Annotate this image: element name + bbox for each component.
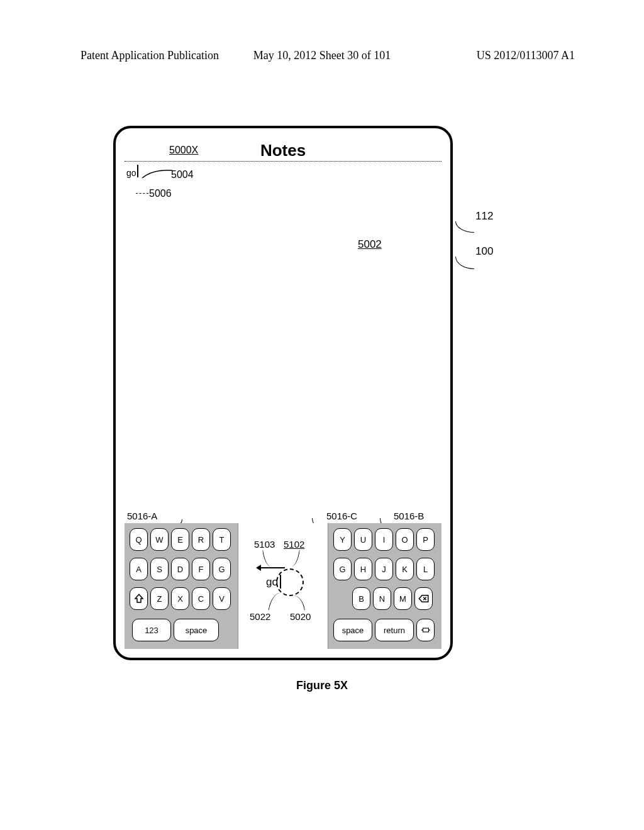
ref-5016C: 5016-C	[326, 511, 357, 521]
gesture-arrow-icon	[257, 567, 285, 568]
key-t[interactable]: T	[213, 528, 231, 551]
header-center: May 10, 2012 Sheet 30 of 101	[253, 49, 391, 62]
key-k[interactable]: K	[396, 558, 414, 580]
text-cursor-icon	[137, 165, 138, 177]
ref-5002: 5002	[358, 238, 382, 251]
backspace-icon	[418, 593, 430, 604]
keyboard-dock-icon	[420, 624, 431, 636]
key-keyboard-toggle[interactable]	[416, 619, 435, 641]
kbd-row: Q W E R T	[130, 528, 231, 551]
key-p[interactable]: P	[416, 528, 435, 551]
key-b[interactable]: B	[352, 587, 370, 610]
page-header: Patent Application Publication May 10, 2…	[0, 49, 644, 62]
key-o[interactable]: O	[396, 528, 414, 551]
center-cursor-icon	[280, 575, 281, 589]
key-n[interactable]: N	[373, 587, 391, 610]
kbd-row: G H J K L	[333, 558, 435, 580]
key-e[interactable]: E	[171, 528, 189, 551]
header-right: US 2012/0113007 A1	[477, 49, 575, 62]
ref-5103: 5103	[254, 539, 275, 550]
leader-5102	[291, 549, 300, 567]
ref-5016B: 5016-B	[394, 511, 424, 521]
keyboard-left-half: Q W E R T A S D F G Z X C V	[125, 523, 238, 649]
leader-5022	[269, 592, 280, 612]
key-123[interactable]: 123	[132, 619, 171, 641]
key-space-right[interactable]: space	[333, 619, 372, 641]
key-u[interactable]: U	[354, 528, 372, 551]
key-w[interactable]: W	[150, 528, 169, 551]
kbd-row: Z X C V	[130, 587, 231, 610]
app-title: Notes	[260, 141, 306, 160]
key-j[interactable]: J	[375, 558, 393, 580]
leader-100	[455, 257, 474, 269]
ref-5004: 5004	[171, 169, 194, 180]
key-g2[interactable]: G	[333, 558, 352, 580]
leader-5006	[136, 193, 148, 194]
key-r[interactable]: R	[192, 528, 210, 551]
kbd-row: B N M	[352, 587, 433, 610]
key-i[interactable]: I	[375, 528, 393, 551]
key-z[interactable]: Z	[150, 587, 169, 610]
center-go-text: go	[266, 576, 278, 589]
kbd-row: space return	[333, 619, 435, 641]
kbd-row: 123 space	[132, 619, 219, 641]
leader-5103	[262, 549, 271, 567]
svg-rect-0	[423, 628, 428, 632]
ref-5006: 5006	[149, 188, 172, 199]
key-backspace[interactable]	[414, 587, 433, 610]
key-d[interactable]: D	[171, 558, 189, 580]
ref-5016A: 5016-A	[127, 511, 157, 521]
key-f[interactable]: F	[192, 558, 210, 580]
key-v[interactable]: V	[213, 587, 231, 610]
key-shift[interactable]	[130, 587, 148, 610]
header-left: Patent Application Publication	[80, 49, 219, 62]
kbd-row: Y U I O P	[333, 528, 435, 551]
leader-5004	[141, 168, 174, 179]
figure-caption: Figure 5X	[0, 679, 644, 692]
key-y[interactable]: Y	[333, 528, 352, 551]
key-m[interactable]: M	[394, 587, 412, 610]
split-keyboard: Q W E R T A S D F G Z X C V	[125, 523, 441, 649]
key-l[interactable]: L	[416, 558, 435, 580]
ref-5020: 5020	[290, 611, 311, 622]
key-space-left[interactable]: space	[174, 619, 219, 641]
ref-112: 112	[475, 210, 493, 223]
key-q[interactable]: Q	[130, 528, 148, 551]
key-g[interactable]: G	[213, 558, 231, 580]
key-h[interactable]: H	[354, 558, 372, 580]
ref-5000X: 5000X	[169, 145, 198, 156]
svg-point-2	[429, 629, 430, 631]
key-a[interactable]: A	[130, 558, 148, 580]
typed-text: go	[126, 168, 136, 178]
ref-5022: 5022	[250, 611, 270, 622]
keyboard-right-half: Y U I O P G H J K L B N M	[328, 523, 441, 649]
ref-100: 100	[475, 245, 493, 258]
key-c[interactable]: C	[192, 587, 210, 610]
key-s[interactable]: S	[150, 558, 169, 580]
device-frame: Notes 5000X go 5004 5006 5002 5016-A 501…	[113, 126, 453, 660]
leader-112	[455, 221, 474, 233]
key-x[interactable]: X	[171, 587, 189, 610]
svg-point-1	[421, 629, 423, 631]
kbd-row: A S D F G	[130, 558, 231, 580]
ref-5102: 5102	[284, 539, 304, 550]
shift-up-arrow-icon	[133, 593, 145, 604]
leader-5020	[294, 594, 305, 612]
key-return[interactable]: return	[375, 619, 414, 641]
keyboard-center-gap: 5103 5102 go 5022 5020	[238, 523, 328, 649]
